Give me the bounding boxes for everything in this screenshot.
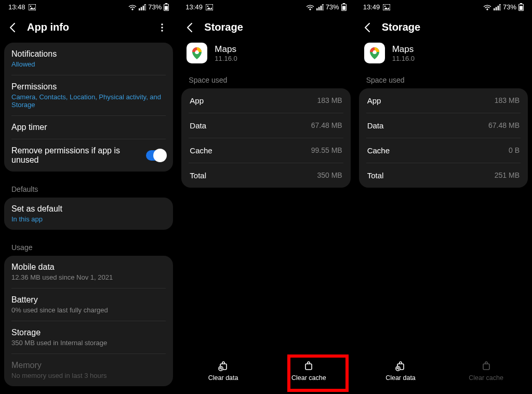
row-title: Notifications <box>11 49 166 59</box>
settings-card-usage: Mobile data 12.36 MB used since Nov 1, 2… <box>4 256 173 386</box>
app-version: 11.16.0 <box>215 55 237 62</box>
svg-rect-34 <box>498 6 499 10</box>
battery-icon <box>341 3 347 11</box>
force-stop-button[interactable]: Force stop <box>122 391 169 394</box>
disable-button[interactable]: Disable <box>65 391 112 394</box>
row-storage[interactable]: Storage 350 MB used in Internal storage <box>4 321 173 353</box>
section-usage: Usage <box>0 235 177 256</box>
picture-icon <box>29 4 36 10</box>
toggle-remove-permissions[interactable] <box>146 150 166 161</box>
status-bar: 13:49 73% <box>177 0 354 13</box>
svg-rect-43 <box>483 364 489 370</box>
back-icon[interactable] <box>362 22 374 33</box>
svg-rect-30 <box>383 4 390 10</box>
space-value: 183 MB <box>495 96 520 105</box>
settings-card-defaults: Set as default In this app <box>4 198 173 230</box>
space-value: 183 MB <box>317 96 342 105</box>
panel-app-info: 13:48 73% App info Notif <box>0 0 177 394</box>
svg-point-28 <box>218 366 222 371</box>
clear-data-button[interactable]: Clear data <box>187 357 260 385</box>
clear-cache-button: Clear cache <box>450 357 523 385</box>
space-value: 350 MB <box>317 171 342 180</box>
app-name: Maps <box>215 44 237 55</box>
svg-point-40 <box>373 50 376 54</box>
space-row-total: Total 251 MB <box>359 163 528 188</box>
app-header: Maps 11.16.0 <box>355 43 532 73</box>
more-icon[interactable] <box>157 23 170 32</box>
clear-cache-button[interactable]: Clear cache <box>272 357 345 385</box>
row-title: Battery <box>11 295 166 305</box>
svg-rect-2 <box>139 8 140 10</box>
svg-rect-8 <box>165 6 168 10</box>
row-remove-permissions[interactable]: Remove permissions if app is unused <box>4 139 173 172</box>
button-label: Clear cache <box>291 374 326 382</box>
space-row-data: Data 67.48 MB <box>181 113 350 138</box>
status-battery: 73% <box>148 3 162 11</box>
row-notifications[interactable]: Notifications Allowed <box>4 43 173 75</box>
svg-rect-4 <box>143 6 144 10</box>
settings-card-1: Notifications Allowed Permissions Camera… <box>4 43 173 172</box>
signal-icon <box>139 4 146 10</box>
row-title: Remove permissions if app is unused <box>11 146 139 165</box>
space-label: Total <box>190 171 206 180</box>
space-value: 251 MB <box>495 171 520 180</box>
space-label: App <box>190 96 204 105</box>
bottom-bar: Clear data Clear cache <box>177 351 354 394</box>
row-sub: 12.36 MB used since Nov 1, 2021 <box>11 273 166 281</box>
button-label: Clear data <box>385 374 416 382</box>
app-version: 11.16.0 <box>392 55 415 62</box>
section-space-used: Space used <box>177 73 354 88</box>
space-value: 99.55 MB <box>311 146 342 155</box>
row-title: Storage <box>11 328 166 337</box>
section-defaults: Defaults <box>0 177 177 198</box>
space-value: 67.48 MB <box>488 121 520 130</box>
space-label: Cache <box>367 146 390 155</box>
status-battery: 73% <box>503 3 516 11</box>
space-label: Total <box>367 171 384 180</box>
app-icon-maps <box>364 43 385 63</box>
back-icon[interactable] <box>184 22 196 33</box>
svg-rect-0 <box>29 4 36 10</box>
svg-rect-33 <box>496 7 497 10</box>
svg-rect-3 <box>141 7 142 10</box>
clear-data-button[interactable]: Clear data <box>364 357 437 385</box>
row-sub: No memory used in last 3 hours <box>11 372 166 379</box>
status-bar: 13:48 73% <box>0 0 177 13</box>
row-mobile-data[interactable]: Mobile data 12.36 MB used since Nov 1, 2… <box>4 256 173 288</box>
page-title: Storage <box>382 21 525 33</box>
svg-rect-38 <box>520 6 523 10</box>
row-set-default[interactable]: Set as default In this app <box>4 198 173 230</box>
open-button[interactable]: Open <box>8 391 55 394</box>
space-card: App 183 MB Data 67.48 MB Cache 99.55 MB … <box>181 88 350 188</box>
space-value: 0 B <box>509 146 520 155</box>
bottom-bar: Open Disable Force stop <box>0 386 177 394</box>
signal-icon <box>494 4 501 10</box>
panel-storage-after: 13:49 73% Storage Maps <box>355 0 532 394</box>
space-row-cache: Cache 0 B <box>359 138 528 163</box>
row-sub: Allowed <box>11 60 166 68</box>
row-memory[interactable]: Memory No memory used in last 3 hours <box>4 354 173 386</box>
app-icon-maps <box>187 43 207 63</box>
wifi-icon <box>128 4 137 10</box>
app-name: Maps <box>392 44 415 55</box>
svg-rect-16 <box>206 4 213 10</box>
picture-icon <box>383 4 390 10</box>
bottom-bar: Clear data Clear cache <box>355 351 532 394</box>
svg-rect-24 <box>342 6 345 10</box>
space-label: Data <box>190 121 206 130</box>
space-row-app: App 183 MB <box>181 88 350 113</box>
row-permissions[interactable]: Permissions Camera, Contacts, Location, … <box>4 75 173 115</box>
row-app-timer[interactable]: App timer <box>4 116 173 139</box>
svg-rect-32 <box>494 8 495 10</box>
row-battery[interactable]: Battery 0% used since last fully charged <box>4 288 173 321</box>
row-title: Mobile data <box>11 262 166 272</box>
svg-rect-5 <box>145 4 147 10</box>
back-icon[interactable] <box>7 22 19 33</box>
svg-rect-20 <box>320 6 322 10</box>
row-sub: 350 MB used in Internal storage <box>11 339 166 347</box>
status-time: 13:49 <box>185 3 203 11</box>
status-time: 13:49 <box>363 3 380 11</box>
app-header: Maps 11.16.0 <box>177 43 354 73</box>
space-row-total: Total 350 MB <box>181 163 350 188</box>
svg-rect-35 <box>499 4 501 10</box>
